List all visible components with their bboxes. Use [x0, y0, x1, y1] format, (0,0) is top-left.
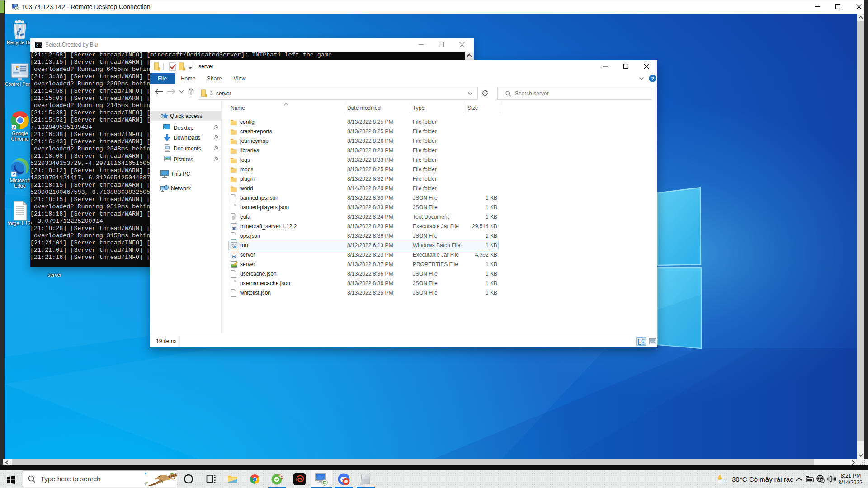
- svg-text:C:\: C:\: [36, 44, 42, 47]
- svg-text:?: ?: [651, 76, 654, 81]
